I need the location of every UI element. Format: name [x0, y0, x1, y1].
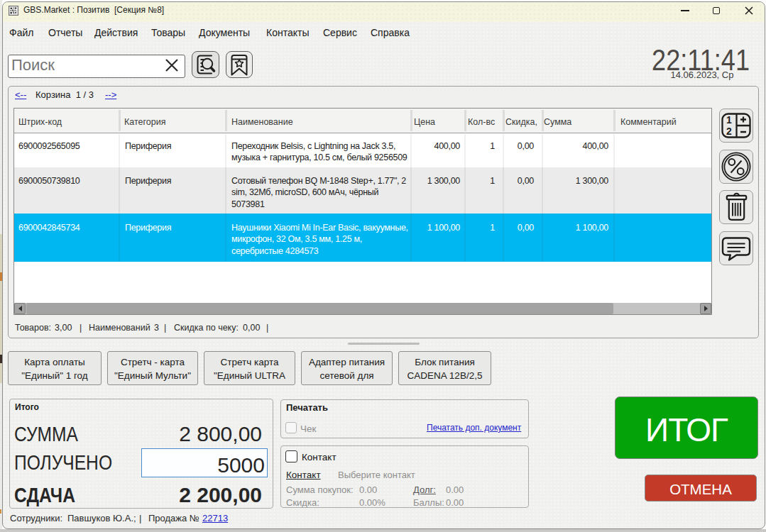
svg-text:2: 2 [726, 126, 732, 137]
svg-text:1: 1 [726, 114, 732, 126]
